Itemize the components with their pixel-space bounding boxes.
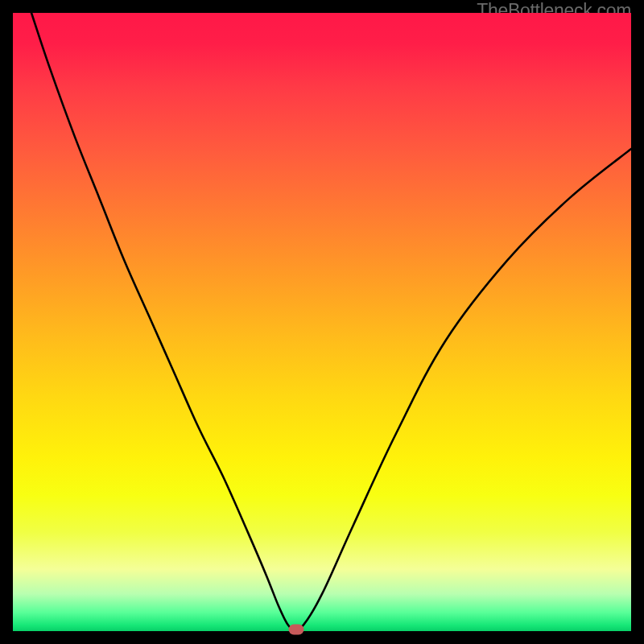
chart-frame: TheBottleneck.com [0, 0, 644, 644]
optimal-point-marker [288, 625, 303, 635]
bottleneck-curve [13, 13, 631, 631]
plot-area [13, 13, 631, 631]
